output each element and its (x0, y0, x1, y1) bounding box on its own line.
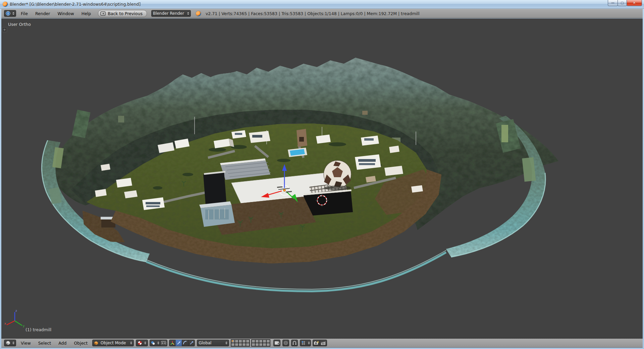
shading-texture-ball-icon (138, 341, 142, 345)
menu-render[interactable]: Render (32, 11, 54, 16)
opengl-render-animation-button[interactable] (320, 340, 327, 346)
viewport-header: View Select Add Object Object Mode (1, 338, 643, 348)
window-controls: — ▢ ✕ (608, 0, 642, 6)
translate-arrow-icon (176, 341, 181, 345)
back-arrow-icon (100, 11, 106, 16)
editor-type-selector[interactable] (4, 340, 16, 346)
menu-view[interactable]: View (17, 341, 35, 346)
snap-element-select[interactable] (300, 340, 311, 346)
3d-viewport-icon (6, 341, 10, 345)
camera-icon (314, 341, 319, 345)
chevron-updown-icon (130, 341, 132, 345)
lock-to-scene-toggle[interactable] (273, 340, 280, 346)
snap-toggle[interactable] (291, 340, 298, 346)
chevron-updown-icon (144, 341, 146, 345)
viewport-shading-select[interactable] (136, 340, 148, 346)
scene-render (1, 18, 643, 338)
close-button[interactable]: ✕ (627, 0, 642, 6)
scene-statistics: v2.71 | Verts:74365 | Faces:53583 | Tris… (206, 11, 420, 16)
scale-arrow-icon (189, 341, 194, 345)
menu-help[interactable]: Help (78, 11, 95, 16)
menu-window[interactable]: Window (54, 11, 77, 16)
menu-add[interactable]: Add (55, 341, 70, 346)
menu-select[interactable]: Select (35, 341, 55, 346)
chevron-updown-icon (12, 341, 14, 345)
mode-select[interactable]: Object Mode (92, 340, 134, 346)
proportional-circle-icon (283, 341, 288, 345)
clapperboard-icon (321, 341, 326, 345)
pivot-point-select[interactable] (150, 340, 160, 346)
manipulator-scale-toggle[interactable] (188, 340, 195, 346)
axis-y-label: y (23, 324, 25, 328)
opengl-render-button[interactable] (313, 340, 320, 346)
blender-window: { "window": { "title": "Blender* [G:\\Bl… (0, 0, 644, 349)
layer-selector[interactable] (231, 339, 272, 347)
pivot-median-icon (151, 341, 155, 345)
back-to-previous-button[interactable]: Back to Previous (98, 10, 147, 17)
axis-z-label: z (15, 309, 17, 312)
manipulator-enable-toggle[interactable] (169, 340, 176, 346)
maximize-button[interactable]: ▢ (618, 0, 627, 6)
active-object-label: (1) treadmill (25, 327, 51, 332)
blender-logo-icon (196, 11, 201, 16)
proportional-edit-toggle[interactable] (282, 340, 289, 346)
title-bar[interactable]: Blender* [G:\Blender\blender-2.71-window… (0, 0, 644, 9)
render-engine-select[interactable]: Blender Render (151, 10, 191, 17)
menu-object[interactable]: Object (70, 341, 91, 346)
region-expand-icon[interactable]: + (2, 27, 7, 32)
chevron-updown-icon (308, 341, 310, 345)
editor-type-selector[interactable] (4, 10, 16, 17)
info-header: File Render Window Help Back to Previous… (1, 9, 643, 18)
view-name-label: User Ortho (8, 22, 31, 27)
viewport-3d[interactable]: User Ortho + z x y (1) treadmill (1, 18, 643, 338)
manipulator-axes-icon (170, 341, 175, 345)
object-origin (283, 189, 286, 192)
info-icon (6, 11, 10, 16)
magnet-icon (292, 341, 297, 345)
manipulator-rotate-toggle[interactable] (182, 340, 189, 346)
manipulator-translate-toggle[interactable] (175, 340, 182, 346)
window-title: Blender* [G:\Blender\blender-2.71-window… (10, 2, 141, 7)
axis-x-label: x (4, 322, 6, 325)
rotate-arc-icon (183, 341, 187, 345)
chevron-updown-icon (157, 341, 159, 345)
lock-icon (274, 341, 279, 345)
blender-app-icon (3, 2, 8, 7)
axis-mini-gizmo: z x y (4, 309, 25, 329)
menu-file[interactable]: File (17, 11, 32, 16)
chevron-updown-icon (12, 11, 14, 16)
snap-increment-icon (301, 341, 306, 345)
object-mode-cube-icon (94, 341, 98, 345)
minimize-button[interactable]: — (608, 0, 618, 6)
chevron-updown-icon (225, 341, 227, 345)
center-points-icon (161, 341, 166, 345)
transform-orientation-select[interactable]: Global (197, 340, 229, 346)
manipulate-center-points-toggle[interactable] (160, 340, 167, 346)
chevron-updown-icon (187, 11, 189, 16)
